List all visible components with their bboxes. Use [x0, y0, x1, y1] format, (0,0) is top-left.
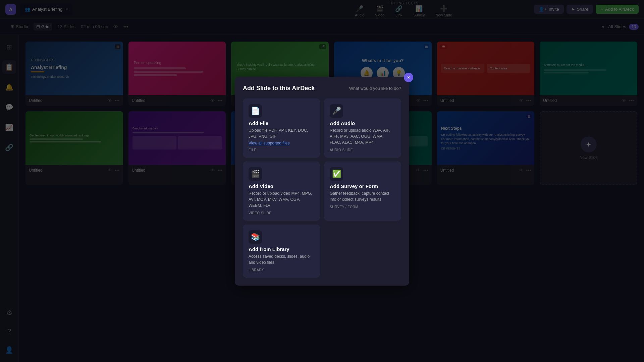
modal-header: Add Slide to this AirDeck What would you…	[243, 85, 401, 92]
survey-option-icon: ✅	[330, 167, 343, 181]
modal-option-survey[interactable]: ✅ Add Survey or Form Gather feedback, ca…	[324, 162, 401, 221]
library-option-icon: 📚	[249, 230, 262, 244]
file-option-desc: Upload file PDF, PPT, KEY, DOC, JPG, PNG…	[249, 127, 314, 139]
survey-option-desc: Gather feedback, capture contact info or…	[330, 190, 395, 202]
modal-option-video[interactable]: 🎬 Add Video Record or upload video MP4, …	[243, 162, 320, 221]
modal-option-library[interactable]: 📚 Add from Library Access saved decks, s…	[243, 225, 320, 278]
video-option-icon: 🎬	[249, 167, 262, 181]
video-option-desc: Record or upload video MP4, MPG, AVI, MO…	[249, 190, 314, 208]
file-option-link[interactable]: View all supported files	[249, 141, 290, 145]
add-slide-modal: Add Slide to this AirDeck What would you…	[235, 77, 409, 286]
modal-option-file[interactable]: 📄 Add File Upload file PDF, PPT, KEY, DO…	[243, 99, 320, 158]
file-option-icon: 📄	[249, 104, 262, 118]
modal-subtitle: What would you like to do?	[349, 86, 401, 91]
file-option-title: Add File	[249, 120, 268, 126]
audio-option-title: Add Audio	[330, 120, 355, 126]
video-option-label: Video Slide	[249, 211, 271, 215]
audio-option-icon: 🎤	[330, 104, 343, 118]
survey-option-label: Survey / Form	[330, 205, 358, 209]
library-option-label: Library	[249, 268, 264, 272]
modal-overlay[interactable]: Add Slide to this AirDeck What would you…	[0, 0, 644, 362]
audio-option-label: Audio Slide	[330, 148, 353, 152]
library-option-desc: Access saved decks, slides, audio and vi…	[249, 253, 314, 265]
modal-close-button[interactable]: ×	[404, 73, 413, 82]
audio-option-desc: Record or upload audio WAV, AIF, AIFF, M…	[330, 127, 395, 145]
modal-title: Add Slide to this AirDeck	[243, 85, 315, 92]
file-option-label: File	[249, 148, 256, 152]
modal-option-audio[interactable]: 🎤 Add Audio Record or upload audio WAV, …	[324, 99, 401, 158]
survey-option-title: Add Survey or Form	[330, 183, 378, 189]
library-option-title: Add from Library	[249, 246, 289, 252]
video-option-title: Add Video	[249, 183, 273, 189]
modal-options-grid: 📄 Add File Upload file PDF, PPT, KEY, DO…	[243, 99, 401, 278]
